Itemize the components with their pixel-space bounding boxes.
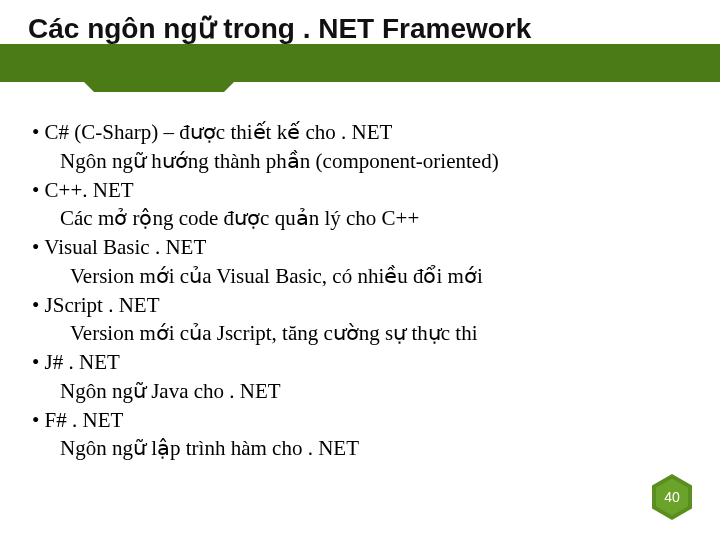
title-bar: Các ngôn ngữ trong . NET Framework: [0, 0, 720, 90]
bullet-sub: Các mở rộng code được quản lý cho C++: [32, 204, 672, 233]
bullet-sub: Version mới của Visual Basic, có nhiều đ…: [32, 262, 672, 291]
page-number-badge: 40: [652, 474, 692, 520]
title-tab: [94, 70, 224, 92]
bullet-sub: Ngôn ngữ lập trình hàm cho . NET: [32, 434, 672, 463]
bullet-sub: Ngôn ngữ hướng thành phần (component-ori…: [32, 147, 672, 176]
bullet-head: • Visual Basic . NET: [32, 233, 672, 262]
content-body: • C# (C-Sharp) – được thiết kế cho . NET…: [32, 118, 672, 463]
slide: Các ngôn ngữ trong . NET Framework • C# …: [0, 0, 720, 540]
bullet-head: • JScript . NET: [32, 291, 672, 320]
bullet-head: • C# (C-Sharp) – được thiết kế cho . NET: [32, 118, 672, 147]
bullet-sub: Ngôn ngữ Java cho . NET: [32, 377, 672, 406]
slide-title: Các ngôn ngữ trong . NET Framework: [28, 12, 531, 45]
page-number: 40: [664, 489, 680, 505]
bullet-head: • F# . NET: [32, 406, 672, 435]
bullet-head: • C++. NET: [32, 176, 672, 205]
bullet-sub: Version mới của Jscript, tăng cường sự t…: [32, 319, 672, 348]
bullet-head: • J# . NET: [32, 348, 672, 377]
